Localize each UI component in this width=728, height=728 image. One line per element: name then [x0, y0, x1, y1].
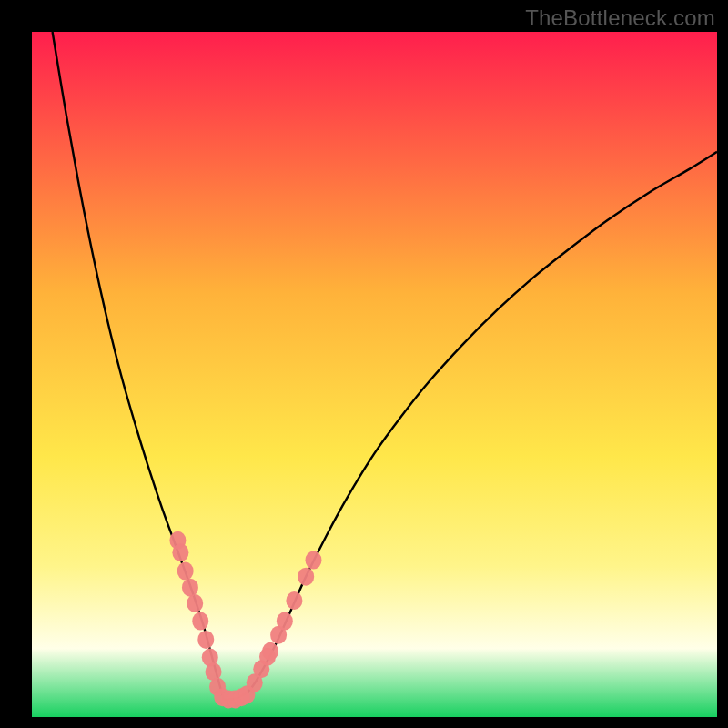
data-marker — [192, 612, 208, 631]
data-marker — [262, 642, 278, 661]
data-marker — [277, 612, 293, 631]
data-marker — [286, 592, 302, 610]
data-marker — [187, 594, 203, 612]
data-marker — [177, 562, 194, 581]
chart-plot-area — [32, 32, 717, 717]
data-marker — [197, 631, 214, 649]
watermark-text: TheBottleneck.com — [525, 5, 715, 31]
outer-frame: TheBottleneck.com — [0, 0, 728, 728]
data-marker — [298, 568, 314, 586]
gradient-background — [32, 32, 717, 717]
data-marker — [182, 579, 198, 597]
data-marker — [305, 551, 321, 570]
chart-svg — [32, 32, 717, 717]
data-marker — [172, 543, 188, 561]
